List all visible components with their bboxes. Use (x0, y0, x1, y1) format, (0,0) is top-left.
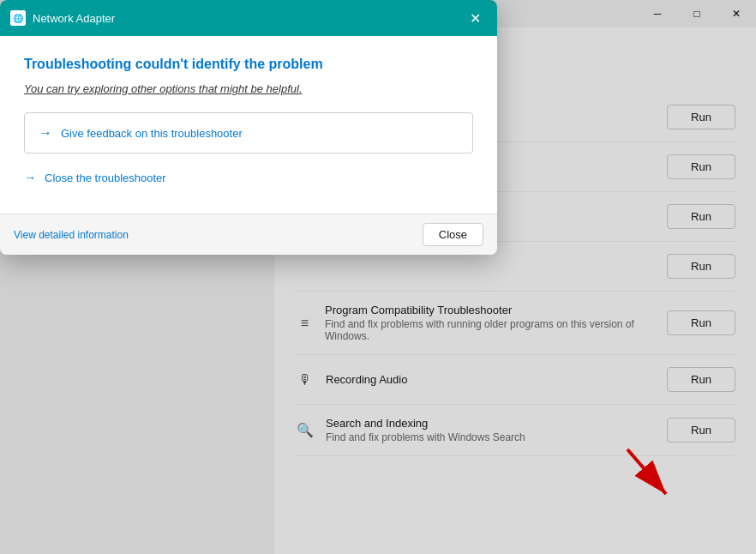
dialog-titlebar-close-button[interactable]: ✕ (463, 6, 487, 30)
dialog-title-left: 🌐 Network Adapter (10, 10, 115, 26)
network-adapter-dialog: 🌐 Network Adapter ✕ Troubleshooting coul… (0, 0, 497, 255)
close-troubleshooter-label: Close the troubleshooter (45, 172, 166, 184)
svg-line-1 (627, 449, 666, 494)
dialog-overlay: 🌐 Network Adapter ✕ Troubleshooting coul… (0, 0, 756, 554)
feedback-option-box[interactable]: → Give feedback on this troubleshooter (24, 112, 473, 154)
subtext-link: exploring other options (83, 82, 196, 95)
feedback-arrow-icon: → (39, 125, 52, 141)
dialog-footer: View detailed information Close (0, 214, 497, 255)
view-detailed-info-link[interactable]: View detailed information (14, 229, 129, 241)
dialog-title-text: Network Adapter (33, 12, 115, 25)
feedback-option-label: Give feedback on this troubleshooter (61, 127, 243, 140)
dialog-subtext: You can try exploring other options that… (24, 82, 473, 95)
close-troubleshooter-link-row[interactable]: → Close the troubleshooter (24, 162, 473, 193)
dialog-heading: Troubleshooting couldn't identify the pr… (24, 57, 473, 72)
subtext-suffix: that might be helpful. (195, 82, 302, 95)
arrow-annotation (619, 441, 687, 513)
dialog-close-button[interactable]: Close (423, 223, 483, 246)
dialog-body: Troubleshooting couldn't identify the pr… (0, 36, 497, 214)
dialog-title-icon: 🌐 (10, 10, 26, 26)
dialog-titlebar: 🌐 Network Adapter ✕ (0, 0, 497, 36)
close-troubleshooter-arrow-icon: → (24, 171, 36, 184)
subtext-prefix: You can try (24, 82, 83, 95)
